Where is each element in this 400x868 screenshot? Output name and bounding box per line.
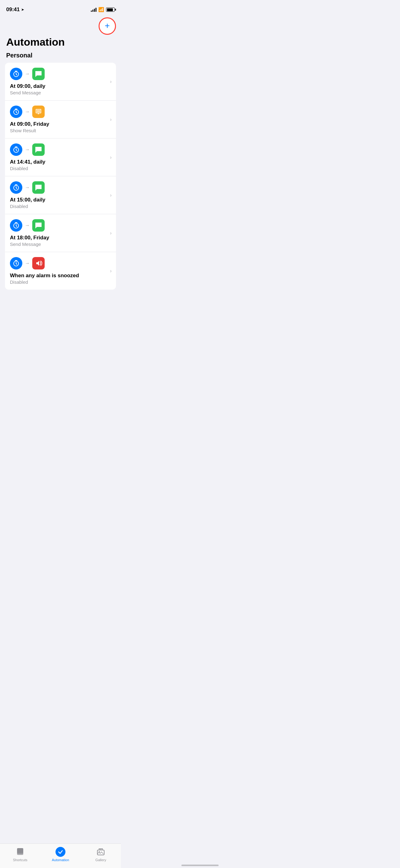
arrow-icon-2: →	[25, 109, 30, 115]
battery-icon	[106, 7, 115, 12]
arrow-icon-6: →	[25, 260, 30, 266]
svg-rect-4	[37, 110, 40, 113]
chevron-icon-3: ›	[110, 155, 112, 160]
section-header: Personal	[0, 49, 121, 63]
signal-icon	[91, 7, 96, 12]
trigger-clock-icon-5	[10, 219, 22, 231]
trigger-clock-icon-3	[10, 144, 22, 156]
action-messages-icon-4	[32, 181, 45, 194]
automation-item-4[interactable]: → At 15:00, daily Disabled ›	[5, 176, 116, 214]
action-messages-icon-5	[32, 219, 45, 231]
arrow-icon-4: →	[25, 185, 30, 190]
automation-title-4: At 15:00, daily	[10, 197, 111, 203]
action-volume-icon-6	[32, 257, 45, 270]
status-icons: 📶	[91, 7, 115, 12]
wifi-icon: 📶	[98, 7, 104, 12]
automation-title-3: At 14:41, daily	[10, 159, 111, 165]
location-icon: ➤	[21, 7, 24, 12]
trigger-clock-icon-2	[10, 105, 22, 118]
automation-title-1: At 09:00, daily	[10, 83, 111, 89]
page-title: Automation	[0, 35, 121, 49]
automation-subtitle-2: Show Result	[10, 128, 111, 133]
arrow-icon-3: →	[25, 147, 30, 152]
automation-item-5[interactable]: → At 18:00, Friday Send Message ›	[5, 214, 116, 252]
action-keynote-icon-2	[32, 105, 45, 118]
action-messages-icon-1	[32, 68, 45, 80]
arrow-icon-5: →	[25, 223, 30, 228]
trigger-clock-icon-1	[10, 68, 22, 80]
chevron-icon-1: ›	[110, 79, 112, 85]
automation-title-6: When any alarm is snoozed	[10, 273, 111, 279]
add-icon: +	[105, 22, 110, 30]
nav-area: +	[0, 15, 121, 35]
automation-subtitle-6: Disabled	[10, 279, 111, 285]
automation-subtitle-1: Send Message	[10, 90, 111, 95]
action-messages-icon-3	[32, 144, 45, 156]
chevron-icon-4: ›	[110, 192, 112, 198]
chevron-icon-5: ›	[110, 230, 112, 236]
chevron-icon-2: ›	[110, 117, 112, 122]
chevron-icon-6: ›	[110, 268, 112, 274]
automation-list: → At 09:00, daily Send Message ›	[5, 63, 116, 290]
trigger-clock-icon-4	[10, 181, 22, 194]
add-button[interactable]: +	[99, 18, 116, 35]
status-time: 09:41	[6, 6, 20, 13]
automation-title-2: At 09:00, Friday	[10, 121, 111, 127]
automation-item-6[interactable]: → When any alarm is snoozed Disabled ›	[5, 252, 116, 290]
automation-title-5: At 18:00, Friday	[10, 235, 111, 241]
automation-subtitle-5: Send Message	[10, 242, 111, 247]
automation-item-3[interactable]: → At 14:41, daily Disabled ›	[5, 138, 116, 176]
automation-item-1[interactable]: → At 09:00, daily Send Message ›	[5, 63, 116, 101]
automation-subtitle-3: Disabled	[10, 166, 111, 171]
automation-subtitle-4: Disabled	[10, 204, 111, 209]
automation-item-2[interactable]: → At 09:00, Friday Show Result ›	[5, 101, 116, 138]
arrow-icon-1: →	[25, 71, 30, 77]
status-bar: 09:41 ➤ 📶	[0, 0, 121, 15]
trigger-clock-icon-6	[10, 257, 22, 270]
